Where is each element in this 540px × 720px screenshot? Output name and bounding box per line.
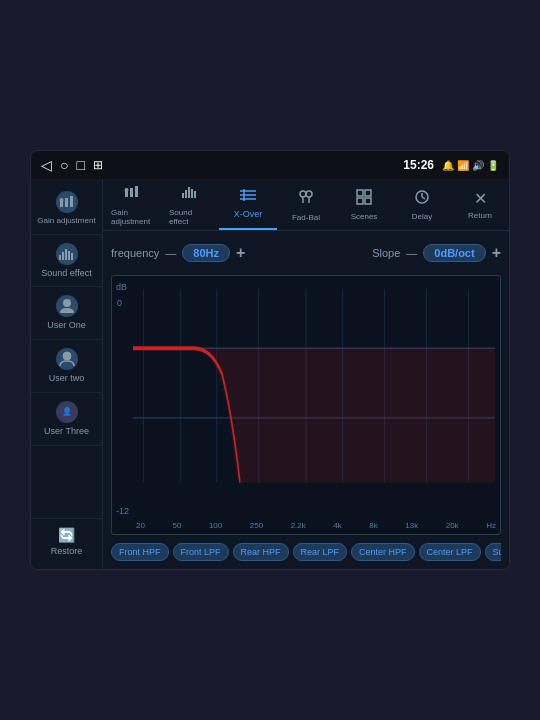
status-icons: 🔔 📶 🔊 🔋	[442, 160, 499, 171]
filter-buttons: Front HPF Front LPF Rear HPF Rear LPF Ce…	[111, 543, 501, 561]
filter-subwoofer[interactable]: Subwoofer.	[485, 543, 501, 561]
svg-point-9	[63, 299, 71, 307]
user-three-avatar: 👤	[56, 401, 78, 423]
frequency-value[interactable]: 80Hz	[182, 244, 230, 262]
freq-4k: 4k	[333, 521, 341, 530]
x-over-tab-icon	[239, 188, 257, 206]
notification-icon: 🔔	[442, 160, 454, 171]
restore-label: Restore	[51, 546, 83, 557]
battery-icon: 🔋	[487, 160, 499, 171]
user-two-label: User two	[49, 373, 85, 384]
gain-icon	[56, 191, 78, 213]
svg-rect-7	[68, 251, 70, 260]
return-tab-label: Return	[468, 211, 492, 220]
scenes-tab-icon	[356, 189, 372, 209]
freq-20k: 20k	[446, 521, 459, 530]
frequency-plus[interactable]: +	[236, 244, 245, 262]
slope-plus[interactable]: +	[492, 244, 501, 262]
filter-center-hpf[interactable]: Center HPF	[351, 543, 415, 561]
tab-sound-effect[interactable]: Sound effect	[161, 179, 219, 230]
sidebar-item-user-one[interactable]: User One	[31, 287, 102, 340]
svg-point-3	[59, 198, 63, 202]
svg-rect-4	[59, 255, 61, 260]
freq-8k: 8k	[369, 521, 377, 530]
filter-rear-lpf[interactable]: Rear LPF	[293, 543, 348, 561]
svg-rect-18	[191, 189, 193, 198]
tab-delay[interactable]: Delay	[393, 179, 451, 230]
right-panel: Gain adjustment Sound effect	[103, 179, 509, 569]
freq-2k2: 2.2k	[291, 521, 306, 530]
tab-gain-adjustment[interactable]: Gain adjustment	[103, 179, 161, 230]
tab-fad-bal[interactable]: Fad-Bal	[277, 179, 335, 230]
freq-250: 250	[250, 521, 263, 530]
svg-point-10	[63, 352, 71, 360]
return-tab-icon: ✕	[474, 189, 487, 208]
recents-icon[interactable]: □	[76, 157, 84, 173]
svg-rect-6	[65, 249, 67, 260]
user-two-avatar	[56, 348, 78, 370]
user-three-label: User Three	[44, 426, 89, 437]
freq-100: 100	[209, 521, 222, 530]
device-frame: ◁ ○ □ ⊞ 15:26 🔔 📶 🔊 🔋	[30, 150, 510, 570]
sidebar-gain-label: Gain adjustment	[37, 216, 95, 226]
status-info: 15:26 🔔 📶 🔊 🔋	[403, 158, 499, 172]
user-one-label: User One	[47, 320, 86, 331]
tab-return[interactable]: ✕ Return	[451, 179, 509, 230]
tab-x-over[interactable]: X-Over	[219, 179, 277, 230]
freq-13k: 13k	[405, 521, 418, 530]
freq-50: 50	[172, 521, 181, 530]
svg-rect-5	[62, 252, 64, 260]
svg-rect-28	[357, 190, 363, 196]
delay-tab-icon	[414, 189, 430, 209]
user-one-avatar	[56, 295, 78, 317]
eq-graph: dB 0 -12	[111, 275, 501, 535]
freq-20: 20	[136, 521, 145, 530]
eq-area: frequency — 80Hz + Slope — 0dB/oct + dB	[103, 231, 509, 569]
svg-rect-31	[365, 198, 371, 204]
svg-rect-12	[130, 188, 133, 197]
sidebar-sound-label: Sound effect	[41, 268, 91, 279]
svg-point-14	[125, 188, 129, 192]
gain-tab-icon	[123, 183, 141, 205]
slope-control: Slope — 0dB/oct +	[372, 244, 501, 262]
svg-rect-30	[357, 198, 363, 204]
status-bar: ◁ ○ □ ⊞ 15:26 🔔 📶 🔊 🔋	[31, 151, 509, 179]
frequency-label: frequency	[111, 247, 159, 259]
filter-rear-hpf[interactable]: Rear HPF	[233, 543, 289, 561]
home-icon[interactable]: ○	[60, 157, 68, 173]
back-icon[interactable]: ◁	[41, 157, 52, 173]
scenes-tab-label: Scenes	[351, 212, 378, 221]
frequency-control: frequency — 80Hz +	[111, 244, 245, 262]
gain-tab-label: Gain adjustment	[111, 208, 153, 226]
sidebar-item-restore[interactable]: 🔄 Restore	[31, 518, 102, 565]
restore-icon: 🔄	[58, 527, 75, 543]
svg-point-25	[306, 191, 312, 197]
sidebar-item-gain-adjustment[interactable]: Gain adjustment	[31, 183, 102, 235]
sound-effect-icon	[56, 243, 78, 265]
filter-front-hpf[interactable]: Front HPF	[111, 543, 169, 561]
slope-value[interactable]: 0dB/oct	[423, 244, 485, 262]
svg-rect-13	[135, 186, 138, 197]
sidebar-item-user-two[interactable]: User two	[31, 340, 102, 393]
fad-bal-tab-icon	[297, 188, 315, 210]
sidebar-item-user-three[interactable]: 👤 User Three	[31, 393, 102, 446]
svg-rect-15	[182, 193, 184, 198]
x-axis-labels: 20 50 100 250 2.2k 4k 8k 13k 20k Hz	[136, 521, 496, 530]
svg-point-24	[300, 191, 306, 197]
filter-front-lpf[interactable]: Front LPF	[173, 543, 229, 561]
sound-effect-tab-label: Sound effect	[169, 208, 211, 226]
tab-scenes[interactable]: Scenes	[335, 179, 393, 230]
sidebar: Gain adjustment Sound effect	[31, 179, 103, 569]
svg-rect-29	[365, 190, 371, 196]
menu-icon[interactable]: ⊞	[93, 158, 103, 172]
freq-hz: Hz	[486, 521, 496, 530]
x-over-tab-label: X-Over	[234, 209, 263, 219]
svg-rect-19	[194, 191, 196, 198]
svg-rect-16	[185, 190, 187, 198]
filter-center-lpf[interactable]: Center LPF	[419, 543, 481, 561]
svg-rect-17	[188, 187, 190, 198]
controls-row: frequency — 80Hz + Slope — 0dB/oct +	[111, 239, 501, 267]
sidebar-item-sound-effect[interactable]: Sound effect	[31, 235, 102, 288]
svg-rect-2	[70, 196, 73, 207]
sound-effect-tab-icon	[181, 183, 199, 205]
